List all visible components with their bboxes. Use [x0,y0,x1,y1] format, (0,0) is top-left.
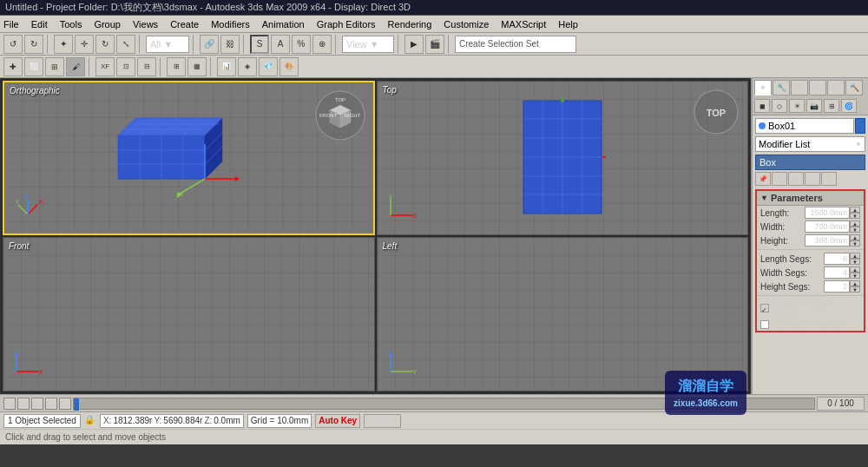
icon-camera[interactable]: 📷 [806,99,822,113]
viewport-top[interactable]: Top TOP X Y [377,81,749,235]
display-tab[interactable]: 👁 [827,80,845,95]
view-dropdown[interactable]: View ▼ [342,36,394,53]
length-input[interactable]: 1500.0mm [805,207,850,219]
paint-select[interactable]: 🖌 [66,57,85,76]
length-segs-down[interactable]: ▼ [850,259,860,265]
width-up[interactable]: ▲ [850,220,860,227]
length-segs-input[interactable]: 6 [824,253,850,265]
region-select[interactable]: ⬜ [24,57,43,76]
menu-edit[interactable]: Edit [31,19,48,30]
render-scene[interactable]: 🎨 [279,57,299,76]
menu-rendering[interactable]: Rendering [388,19,432,30]
height-segs-input[interactable]: 2 [824,280,850,293]
select-button[interactable]: ✦ [54,35,73,54]
schematic-view[interactable]: ◈ [238,57,257,76]
autokey-btn[interactable]: Auto Key [315,414,360,428]
graph-editors-btn[interactable]: 📊 [217,57,236,76]
real-world-checkbox[interactable] [760,320,769,329]
icon-light[interactable]: ☀ [789,99,805,113]
timeline-play-btn[interactable]: ▶ [31,398,43,410]
redo-button[interactable]: ↻ [24,35,43,54]
length-down[interactable]: ▼ [850,213,860,219]
params-header[interactable]: ▼ Parameters [757,191,864,206]
create-tab[interactable]: ✦ [754,80,772,95]
object-color-btn[interactable] [855,118,865,134]
length-segs-up[interactable]: ▲ [850,253,860,259]
move-select-btn[interactable]: ✚ [3,57,23,76]
icon-shape[interactable]: ◇ [772,99,787,113]
modifier-box-item[interactable]: Box [755,155,865,170]
config-mod-btn[interactable]: ⚙ [821,172,837,186]
undo-button[interactable]: ↺ [3,35,23,54]
make-unique-btn[interactable]: ◈ [788,172,804,186]
show-end-result-btn[interactable]: ⊡ [772,172,787,186]
height-input[interactable]: 380.0mm [805,234,850,247]
remove-mod-btn[interactable]: ✕ [805,172,820,186]
menu-graph-editors[interactable]: Graph Editors [317,19,376,30]
align-btn[interactable]: ⊟ [137,57,156,76]
width-down[interactable]: ▼ [850,227,860,233]
array-btn[interactable]: ▦ [187,57,207,76]
percent-snap[interactable]: % [292,35,311,54]
object-color-swatch[interactable] [759,122,766,129]
view-cube-top[interactable]: TOP [693,89,740,136]
gen-mapping-checkbox[interactable] [760,304,769,312]
width-segs-input[interactable]: 4 [824,266,850,279]
icon-spacewarp[interactable]: 🌀 [841,99,857,113]
height-segs-down[interactable]: ▼ [850,286,860,293]
unlink-button[interactable]: ⛓ [220,35,240,54]
angle-snap[interactable]: A [271,35,290,54]
render-btn[interactable]: ▶ [404,35,424,54]
menu-animation[interactable]: Animation [262,19,305,30]
width-input[interactable]: 700.0mm [805,220,850,233]
selection-set-input[interactable]: Create Selection Set [455,36,576,53]
width-segs-up[interactable]: ▲ [850,266,860,273]
scale-button[interactable]: ⤡ [116,35,135,54]
height-segs-up[interactable]: ▲ [850,280,860,286]
menu-maxscript[interactable]: MAXScript [501,19,546,30]
view-cube-ortho[interactable]: TOP RIGHT FRONT [314,89,366,141]
icon-helper[interactable]: ⊞ [824,99,839,113]
modify-tab[interactable]: 🔧 [773,80,790,95]
menu-create[interactable]: Create [170,19,199,30]
set-key-btn[interactable]: Set Key [364,414,401,428]
quick-align[interactable]: ⊡ [116,57,135,76]
material-editor[interactable]: 💎 [259,57,278,76]
icon-geom[interactable]: ◼ [754,99,770,113]
menu-customize[interactable]: Customize [444,19,489,30]
mirror-btn[interactable]: ⊞ [167,57,186,76]
menu-views[interactable]: Views [133,19,158,30]
timeline-thumb[interactable] [74,398,79,411]
menu-tools[interactable]: Tools [60,19,82,30]
length-up[interactable]: ▲ [850,207,860,213]
viewport-orthographic[interactable]: Orthographic TOP [3,81,375,235]
xform-reset[interactable]: XF [95,57,115,76]
timeline-end-btn[interactable]: ▶| [59,398,71,410]
rotate-button[interactable]: ↻ [95,35,115,54]
modifier-list-dropdown[interactable]: Modifier List ▼ [755,136,865,152]
height-down[interactable]: ▼ [850,240,860,247]
pin-stack-btn[interactable]: 📌 [755,172,771,186]
menu-modifiers[interactable]: Modifiers [211,19,250,30]
timeline-prev-btn[interactable]: ◀ [17,398,30,410]
viewport-front[interactable]: Front X Z [3,237,375,391]
utility-tab[interactable]: 🔨 [845,80,863,95]
motion-tab[interactable]: ◎ [809,80,826,95]
lock-icon[interactable]: 🔒 [84,415,96,427]
quick-render[interactable]: 🎬 [425,35,444,54]
move-button[interactable]: ✛ [75,35,94,54]
viewport-left[interactable]: Left Y Z [377,237,749,391]
width-segs-down[interactable]: ▼ [850,273,860,279]
spinner-snap[interactable]: ⊕ [312,35,332,54]
window-cross[interactable]: ⊞ [45,57,64,76]
object-name-field[interactable]: Box01 [755,118,854,134]
height-up[interactable]: ▲ [850,234,860,240]
timeline-start-btn[interactable]: |◀ [3,398,16,410]
menu-group[interactable]: Group [94,19,121,30]
timeline-next-btn[interactable]: ▶| [45,398,57,410]
filter-dropdown[interactable]: All ▼ [146,36,189,53]
menu-help[interactable]: Help [558,19,578,30]
snap-toggle[interactable]: S [250,35,269,54]
hierarchy-tab[interactable]: ⊕ [791,80,808,95]
menu-file[interactable]: File [3,19,19,30]
